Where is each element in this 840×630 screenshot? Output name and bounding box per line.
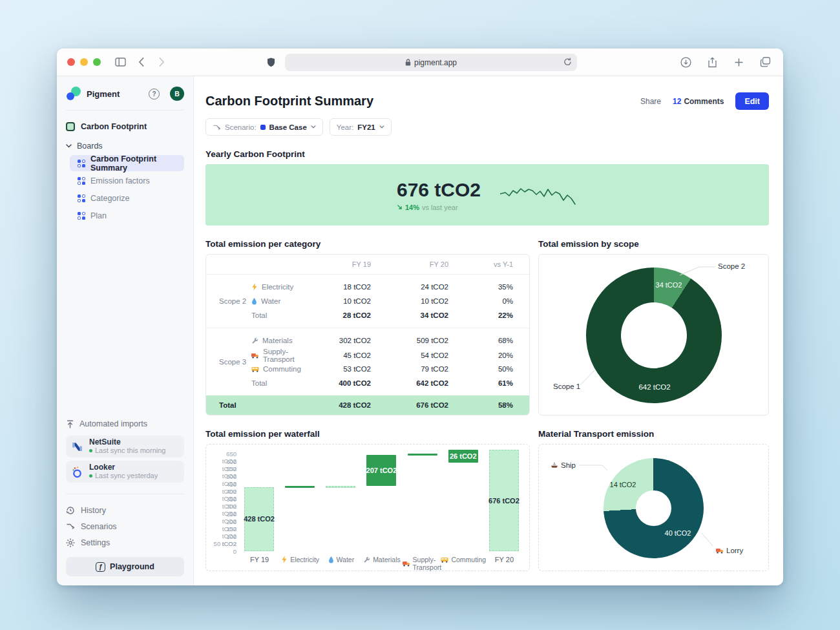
scope-label: Scope 2 [206,280,251,322]
edit-button[interactable]: Edit [735,92,769,110]
y-axis-tick: 650 tCO2 [211,450,236,465]
gear-icon [66,538,75,547]
table-row: Water10 tCO210 tCO20% [251,294,513,308]
table-cell: 642 tCO2 [371,379,448,387]
table-col-header: vs Y-1 [448,260,513,268]
import-looker[interactable]: Looker Last sync yesterday [66,461,184,483]
shield-icon[interactable] [263,55,278,70]
kpi-section-title: Yearly Carbon Footprint [205,149,769,159]
bar-value-label: 26 tCO2 [450,452,477,460]
scenarios-icon [66,522,75,530]
url-text: pigment.app [414,58,457,67]
avatar[interactable]: B [170,87,184,101]
scenario-selector[interactable]: Scenario: Base Case [205,118,323,136]
waterfall-bar [408,454,437,456]
forward-icon[interactable] [154,54,169,70]
table-cell: 35% [448,283,513,291]
waterfall-bar: 26 tCO2 [448,450,478,463]
import-netsuite[interactable]: NetSuite Last sync this morning [66,436,184,457]
x-axis-label: FY 20 [484,556,525,563]
table-col-header: FY 20 [371,260,448,268]
x-axis-label: FY 19 [239,556,280,563]
share-icon[interactable] [704,54,720,70]
table-cell: 676 tCO2 [371,401,448,409]
table-cell: 428 tCO2 [331,401,371,409]
ship-icon [551,462,558,468]
kpi-sparkline [500,181,578,209]
chevron-down-icon [66,144,72,148]
table-cell: 18 tCO2 [319,283,371,291]
electricity-icon [281,556,288,563]
workspace-icon [66,122,75,131]
table-cell: 10 tCO2 [319,297,371,305]
table-header: FY 19FY 20vs Y-1 [206,255,529,275]
electricity-icon [251,283,258,291]
browser-window: pigment.app Pigm [57,48,783,585]
table-cell: 20% [448,352,513,359]
share-button[interactable]: Share [640,97,661,106]
playground-button[interactable]: ƒ Playground [66,557,184,576]
sidebar-item-board-emission-factors[interactable]: Emission factors [70,173,184,189]
downloads-icon[interactable] [678,54,693,70]
back-icon[interactable] [133,54,149,70]
table-row: Total28 tCO234 tCO222% [251,308,513,322]
upload-icon [66,420,74,428]
kpi-delta: 14% [405,204,419,211]
x-axis-label: Electricity [280,556,320,563]
materials-icon [251,337,258,344]
sidebar-toggle-icon[interactable] [112,54,128,70]
lorry-value-label: 40 tCO2 [658,529,697,537]
table-cell: 509 tCO2 [371,337,448,344]
table-cell: 68% [448,337,513,344]
x-axis-label: Materials [361,556,402,563]
tab-overview-icon[interactable] [757,54,773,70]
sidebar-item-board-plan[interactable]: Plan [70,207,184,224]
workspace-label: Carbon Footprint [81,122,147,131]
table-cell: 53 tCO2 [319,365,371,373]
sidebar: Pigment ? B Carbon Footprint Boards Carb… [57,76,194,585]
emission-category-table: FY 19FY 20vs Y-1Scope 2Electricity18 tCO… [205,254,530,415]
ship-callout-label: Ship [551,461,576,469]
main-content: Carbon Footprint Summary Share 12 Commen… [194,76,783,585]
sidebar-item-board-categorize[interactable]: Categorize [70,190,184,206]
sidebar-item-board-summary[interactable]: Carbon Footprint Summary [70,155,184,171]
minimize-button[interactable] [80,58,88,66]
help-button[interactable]: ? [149,89,160,100]
scenario-color-swatch [260,125,266,130]
table-row: Materials302 tCO2509 tCO268% [251,333,513,348]
sidebar-item-settings[interactable]: Settings [66,534,184,551]
browser-titlebar: pigment.app [57,48,783,76]
comments-button[interactable]: 12 Comments [673,97,724,106]
zoom-button[interactable] [93,58,101,66]
lock-icon [405,59,411,66]
year-selector[interactable]: Year: FY21 [330,118,392,136]
url-field[interactable]: pigment.app [285,54,577,71]
water-icon [251,298,257,305]
boards-label: Boards [77,142,103,151]
kpi-value: 676 tCO2 [397,179,481,201]
table-cell: 0% [448,297,513,305]
sidebar-item-scenarios[interactable]: Scenarios [66,518,184,534]
lorry-callout-label: Lorry [716,547,743,554]
transport-icon [403,561,410,567]
table-section-title: Total emission per category [205,239,530,249]
automated-imports-label: Automated imports [66,416,184,432]
waterfall-section-title: Total emission per waterfall [205,429,530,439]
table-cell: 50% [448,365,513,373]
close-button[interactable] [67,58,75,66]
sidebar-item-history[interactable]: History [66,502,184,518]
table-row: Total400 tCO2642 tCO261% [251,376,513,390]
table-col-header: FY 19 [331,260,371,268]
table-cell: 79 tCO2 [371,365,448,373]
playground-icon: ƒ [96,562,105,572]
reload-icon[interactable] [563,57,572,68]
scope2-callout-label: Scope 2 [718,262,745,270]
new-tab-icon[interactable] [731,54,746,70]
sidebar-item-workspace[interactable]: Carbon Footprint [66,118,184,135]
scope2-value-label: 34 tCO2 [649,281,688,289]
boards-toggle[interactable]: Boards [66,138,184,154]
page-title: Carbon Footprint Summary [205,94,373,109]
board-grid-icon [78,194,85,202]
scope-chart-title: Total emission by scope [538,239,769,249]
waterfall-bar: 428 tCO2 [244,487,274,551]
